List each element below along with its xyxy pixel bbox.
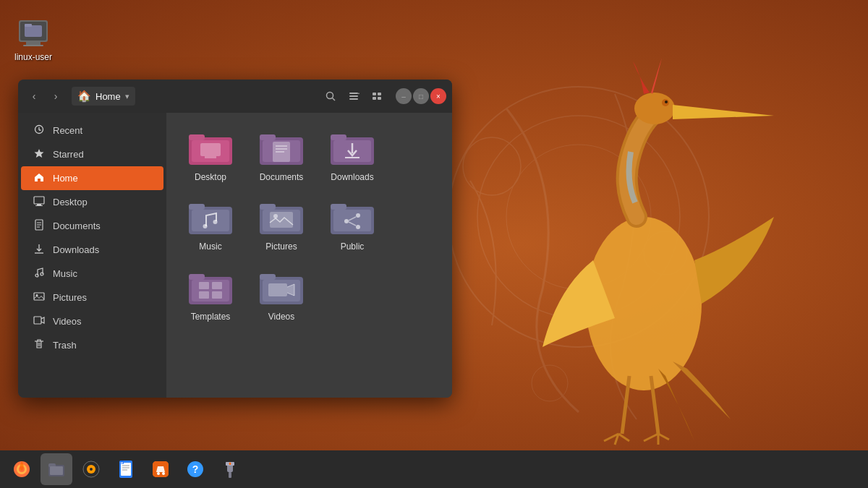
svg-rect-14 [26, 42, 41, 45]
folder-pictures-label: Pictures [265, 241, 297, 252]
starred-icon [33, 147, 46, 161]
documents-sidebar-icon [33, 219, 46, 233]
svg-rect-91 [260, 274, 276, 280]
toolbar-actions [320, 86, 387, 106]
folder-downloads[interactable]: Downloads [320, 124, 385, 188]
svg-point-41 [35, 274, 38, 277]
svg-rect-76 [331, 204, 346, 210]
sidebar-label-starred: Starred [53, 149, 84, 160]
svg-rect-54 [260, 134, 276, 140]
file-manager-window: ‹ › 🏠 Home ▾ [18, 80, 452, 398]
sidebar-label-videos: Videos [53, 316, 82, 327]
folder-desktop[interactable]: Desktop [178, 124, 243, 188]
heron-illustration [499, 58, 825, 455]
folder-pictures[interactable]: Pictures [249, 194, 314, 257]
folder-templates-label: Templates [191, 312, 231, 322]
sidebar-item-videos[interactable]: Videos [21, 309, 163, 333]
maximize-button[interactable]: □ [413, 88, 429, 104]
sidebar-item-trash[interactable]: Trash [21, 333, 163, 357]
svg-rect-99 [50, 466, 63, 475]
svg-marker-31 [35, 149, 44, 158]
svg-point-7 [634, 93, 675, 124]
videos-sidebar-icon [33, 314, 46, 328]
location-bar[interactable]: 🏠 Home ▾ [72, 87, 135, 106]
main-content: Recent Starred [18, 113, 452, 398]
svg-rect-49 [189, 134, 205, 140]
folder-public-label: Public [341, 241, 365, 252]
svg-line-19 [333, 98, 336, 101]
folder-videos[interactable]: Videos [249, 264, 314, 328]
sidebar-item-music[interactable]: Music [21, 262, 163, 286]
sidebar-item-documents[interactable]: Documents [21, 214, 163, 238]
search-button[interactable] [320, 86, 341, 106]
sidebar-item-recent[interactable]: Recent [21, 119, 163, 142]
sidebar-item-starred[interactable]: Starred [21, 142, 163, 166]
taskbar-firefox[interactable] [6, 453, 38, 485]
svg-point-121 [229, 463, 231, 465]
view-toggle-button[interactable] [367, 86, 387, 106]
svg-rect-61 [331, 134, 346, 140]
nav-buttons: ‹ › [24, 86, 66, 106]
svg-rect-87 [212, 282, 222, 289]
home-icon: 🏠 [77, 90, 91, 103]
svg-rect-77 [333, 210, 371, 231]
trash-sidebar-icon [33, 338, 46, 352]
svg-marker-23 [358, 93, 359, 94]
svg-rect-27 [378, 97, 381, 100]
sidebar-item-desktop[interactable]: Desktop [21, 190, 163, 214]
svg-rect-88 [199, 291, 209, 299]
taskbar-appstore[interactable] [145, 453, 176, 485]
taskbar-usb[interactable] [214, 453, 246, 485]
back-button[interactable]: ‹ [24, 86, 44, 106]
sidebar-label-downloads: Downloads [53, 244, 99, 255]
svg-rect-32 [34, 197, 44, 204]
folder-music[interactable]: Music [178, 194, 243, 257]
sidebar: Recent Starred [18, 113, 166, 398]
home-sidebar-icon [33, 171, 46, 185]
svg-point-80 [356, 225, 360, 229]
svg-rect-20 [349, 93, 358, 94]
sidebar-label-desktop: Desktop [53, 197, 88, 207]
folder-music-label: Music [199, 241, 221, 252]
folder-templates[interactable]: Templates [178, 264, 243, 328]
close-button[interactable]: × [430, 88, 446, 104]
forward-button[interactable]: › [46, 86, 66, 106]
taskbar-help[interactable]: ? [179, 453, 211, 485]
folder-videos-label: Videos [268, 312, 294, 322]
dropdown-arrow-icon: ▾ [125, 92, 129, 101]
svg-rect-67 [192, 210, 229, 231]
sidebar-label-documents: Documents [53, 221, 101, 231]
svg-point-102 [90, 468, 93, 471]
taskbar-writer[interactable]: W [110, 453, 142, 485]
svg-point-79 [356, 213, 360, 218]
svg-rect-93 [268, 283, 287, 296]
svg-text:W: W [121, 461, 124, 465]
folder-documents[interactable]: Documents [249, 124, 314, 188]
svg-rect-22 [349, 98, 358, 100]
sidebar-item-home[interactable]: Home [21, 166, 163, 190]
svg-rect-16 [25, 25, 42, 37]
minimize-button[interactable]: – [396, 88, 412, 104]
taskbar-rhythmbox[interactable] [75, 453, 107, 485]
desktop-user-icon[interactable]: linux-user [14, 14, 52, 62]
folder-desktop-label: Desktop [195, 172, 226, 182]
sidebar-item-pictures[interactable]: Pictures [21, 286, 163, 309]
sidebar-label-recent: Recent [53, 125, 82, 136]
svg-point-9 [665, 100, 668, 103]
sidebar-item-downloads[interactable]: Downloads [21, 238, 163, 262]
pictures-sidebar-icon [33, 291, 46, 304]
downloads-sidebar-icon [33, 243, 46, 257]
svg-rect-43 [34, 293, 44, 300]
sidebar-label-pictures: Pictures [53, 292, 87, 303]
svg-rect-84 [189, 274, 205, 280]
svg-rect-85 [192, 280, 229, 301]
sidebar-label-home: Home [53, 173, 78, 184]
svg-rect-33 [37, 204, 41, 205]
folder-public[interactable]: Public [320, 194, 385, 257]
titlebar: ‹ › 🏠 Home ▾ [18, 80, 452, 113]
file-grid: Desktop Documents [166, 113, 452, 398]
taskbar-files[interactable] [41, 453, 72, 485]
view-list-button[interactable] [344, 86, 364, 106]
recent-icon [33, 124, 46, 137]
desktop-user-label: linux-user [14, 52, 52, 62]
